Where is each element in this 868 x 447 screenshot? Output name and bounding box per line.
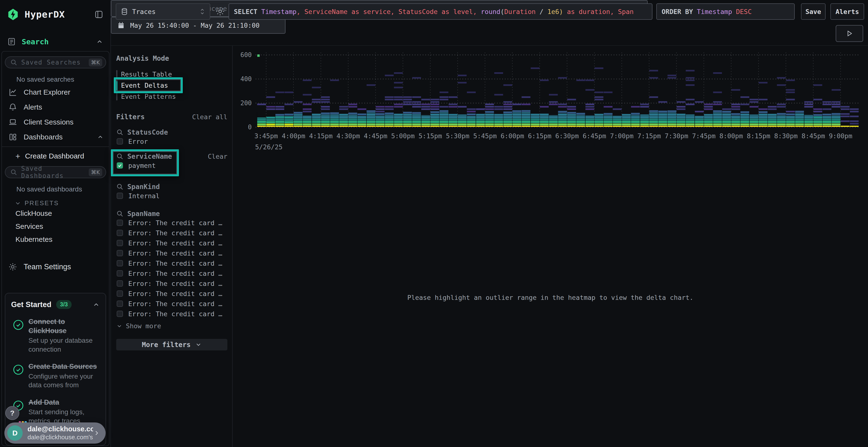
source-select[interactable]: Traces — [116, 3, 210, 20]
tab-results-table[interactable]: Results Table — [121, 69, 227, 80]
get-started-item-subtitle: Configure where your data comes from — [28, 372, 100, 390]
filter-option[interactable]: Error: The credit card … — [116, 248, 227, 258]
checkbox-unchecked[interactable] — [117, 301, 123, 307]
nav-label: Dashboards — [24, 133, 63, 141]
chevron-up-icon[interactable] — [97, 134, 104, 140]
sidebar-collapse-icon[interactable] — [94, 10, 104, 19]
checkbox-unchecked[interactable] — [117, 230, 123, 236]
filter-option[interactable]: Error: The credit card … — [116, 309, 227, 319]
filter-option-label: Error — [128, 138, 148, 145]
order-by-input[interactable]: ORDER BY Timestamp DESC — [656, 3, 795, 20]
select-clause-input[interactable]: SELECT Timestamp, ServiceName as service… — [228, 3, 652, 20]
saved-dashboards-placeholder: Saved Dashboards — [21, 165, 89, 179]
presets-toggle[interactable]: PRESETS — [14, 199, 106, 207]
tab-event-patterns[interactable]: Event Patterns — [121, 91, 227, 102]
checkbox-unchecked[interactable] — [117, 220, 123, 226]
svg-text:5/26/25: 5/26/25 — [255, 143, 283, 151]
svg-text:5:30pm: 5:30pm — [446, 132, 469, 140]
search-icon[interactable] — [116, 153, 123, 160]
run-query-button[interactable] — [836, 25, 863, 42]
tab-event-deltas[interactable]: Event Deltas — [121, 80, 227, 91]
preset-services[interactable]: Services — [5, 220, 106, 233]
svg-text:4:15pm: 4:15pm — [309, 132, 333, 140]
create-dashboard-button[interactable]: + Create Dashboard — [5, 149, 106, 163]
checkbox-unchecked[interactable] — [117, 138, 123, 144]
source-settings-button[interactable] — [215, 6, 225, 16]
chevron-up-icon[interactable] — [96, 38, 103, 45]
bell-icon — [8, 103, 18, 111]
sidebar-item-client-sessions[interactable]: Client Sessions — [5, 115, 106, 130]
filter-option[interactable]: Error: The credit card … — [116, 268, 227, 278]
sidebar-item-team-settings[interactable]: Team Settings — [5, 260, 106, 274]
filter-option-label: Error: The credit card … — [128, 249, 222, 257]
checkbox-unchecked[interactable] — [117, 290, 123, 297]
filter-option[interactable]: Error: The credit card … — [116, 228, 227, 238]
svg-text:4:30pm: 4:30pm — [336, 132, 360, 140]
sidebar-item-search[interactable]: Search — [0, 34, 111, 49]
time-range-value: May 26 15:40:00 - May 26 21:10:00 — [130, 22, 259, 29]
get-started-item-sources[interactable]: Create Data Sources Configure where your… — [11, 362, 100, 389]
svg-text:7:30pm: 7:30pm — [665, 132, 688, 140]
filter-options: Internal — [116, 191, 227, 201]
get-started-item-subtitle: Set up your database connection — [28, 336, 100, 354]
duration-heatmap[interactable]: 3:45pm4:00pm4:15pm4:30pm4:45pm5:00pm5:15… — [233, 46, 868, 202]
filter-option[interactable]: Error: The credit card … — [116, 278, 227, 288]
help-button[interactable]: ? — [5, 406, 19, 420]
get-started-item-connect[interactable]: Connect to ClickHouse Set up your databa… — [11, 317, 100, 354]
checkbox-unchecked[interactable] — [117, 240, 123, 246]
chevron-up-icon[interactable] — [93, 301, 100, 308]
filter-options: Error: The credit card …Error: The credi… — [116, 218, 227, 319]
search-icon[interactable] — [116, 183, 123, 190]
filter-option[interactable]: Error: The credit card … — [116, 258, 227, 268]
dashboard-icon — [8, 133, 18, 141]
checkbox-unchecked[interactable] — [117, 260, 123, 266]
get-started-header[interactable]: Get Started 3/3 — [11, 300, 100, 309]
preset-kubernetes[interactable]: Kubernetes — [5, 233, 106, 246]
clear-all-button[interactable]: Clear all — [192, 113, 227, 121]
filter-group-label: SpanKind — [127, 183, 160, 191]
filter-option[interactable]: Internal — [116, 191, 227, 201]
checkbox-unchecked[interactable] — [117, 280, 123, 286]
sidebar-item-alerts[interactable]: Alerts — [5, 100, 106, 115]
checkbox-unchecked[interactable] — [117, 250, 123, 256]
filter-option[interactable]: Error: The credit card … — [116, 288, 227, 299]
filter-option[interactable]: Error: The credit card … — [116, 218, 227, 228]
filter-group-label: ServiceName — [127, 152, 172, 161]
search-icon[interactable] — [116, 129, 123, 136]
filter-options: Error — [116, 136, 227, 146]
svg-text:4:45pm: 4:45pm — [364, 132, 388, 140]
filter-options: payment — [116, 161, 227, 171]
checkbox-unchecked[interactable] — [117, 193, 123, 199]
laptop-icon — [8, 118, 18, 127]
filter-option[interactable]: payment — [116, 161, 227, 171]
filter-option-label: Error: The credit card … — [128, 260, 222, 267]
search-icon[interactable] — [116, 210, 123, 217]
user-email: dale@clickhouse.com — [28, 425, 93, 433]
sidebar: HyperDX Search Saved Searches ⌘K No save… — [0, 0, 111, 447]
sidebar-item-dashboards[interactable]: Dashboards — [5, 130, 106, 144]
filter-option[interactable]: Error — [116, 136, 227, 146]
filter-option[interactable]: Error: The credit card … — [116, 299, 227, 309]
more-filters-button[interactable]: More filters — [116, 339, 227, 350]
checkbox-checked[interactable] — [117, 162, 123, 169]
filter-option[interactable]: Error: The credit card … — [116, 238, 227, 248]
preset-clickhouse[interactable]: ClickHouse — [5, 207, 106, 220]
checkbox-unchecked[interactable] — [117, 311, 123, 317]
search-list-icon — [7, 37, 16, 46]
svg-text:4:00pm: 4:00pm — [282, 132, 305, 140]
sidebar-item-chart-explorer[interactable]: Chart Explorer — [5, 85, 106, 100]
alerts-button[interactable]: Alerts — [830, 3, 864, 20]
checkbox-unchecked[interactable] — [117, 270, 123, 276]
search-icon — [10, 169, 18, 176]
nav-label: Client Sessions — [24, 118, 73, 126]
saved-searches-input[interactable]: Saved Searches ⌘K — [5, 56, 106, 68]
show-more-button[interactable]: Show more — [116, 322, 227, 330]
save-button[interactable]: Save — [801, 3, 826, 20]
create-dashboard-label: Create Dashboard — [25, 152, 84, 160]
clear-filter-button[interactable]: Clear — [208, 153, 227, 160]
divider — [2, 146, 109, 147]
user-menu[interactable]: D dale@clickhouse.com dale@clickhouse.co… — [4, 422, 105, 444]
saved-dashboards-input[interactable]: Saved Dashboards ⌘K — [5, 166, 106, 178]
plus-icon: + — [16, 151, 20, 161]
filter-option-label: Error: The credit card … — [128, 229, 222, 237]
